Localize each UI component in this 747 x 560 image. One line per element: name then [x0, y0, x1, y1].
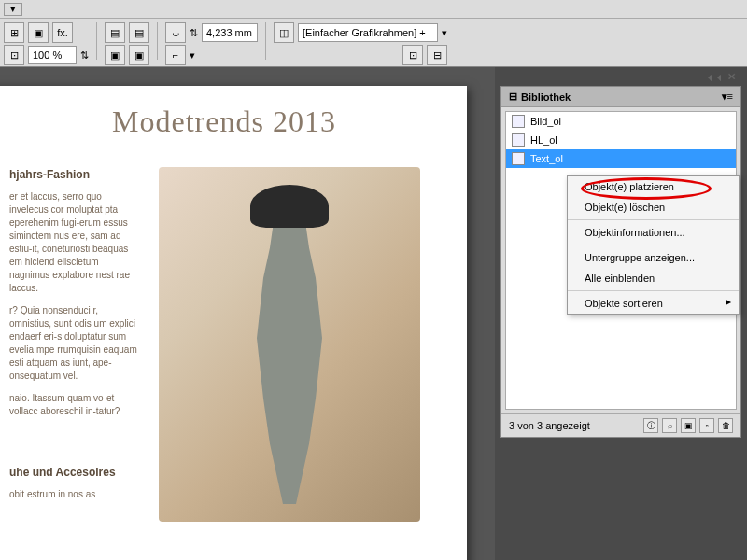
layout-dropdown-icon[interactable]: ▾: [4, 3, 22, 16]
separator: [265, 22, 266, 60]
body-text: r? Quia nonsenduci r, omnistius, sunt od…: [9, 304, 140, 383]
library-item-selected[interactable]: Text_ol: [506, 149, 736, 168]
library-item[interactable]: Bild_ol: [506, 112, 736, 131]
library-item-label: Text_ol: [530, 153, 563, 164]
body-text: naio. Itassum quam vo-et vollacc aboresc…: [9, 392, 140, 418]
document-workspace: Modetrends 2013 hjahrs-Fashion er et lac…: [0, 67, 495, 560]
article-image: [159, 167, 420, 522]
library-item[interactable]: HL_ol: [506, 131, 736, 149]
size-input[interactable]: [202, 23, 258, 42]
zoom-input[interactable]: [28, 46, 77, 64]
new-library-icon[interactable]: ▣: [681, 418, 696, 433]
snippet-icon: [512, 133, 525, 147]
zoom-fit-icon[interactable]: ⊞: [4, 22, 24, 43]
object-style-icon[interactable]: ◫: [274, 22, 294, 43]
context-show-subgroup[interactable]: Untergruppe anzeigen...: [568, 247, 739, 268]
separator: [568, 219, 739, 220]
separator: [96, 22, 97, 60]
snippet-icon: [512, 152, 525, 165]
wrap-icon[interactable]: ▣: [105, 45, 125, 65]
main-toolbar: ⊞ ▣ fx. ⊡ ⇅ ▤ ▤ ▣ ▣ ⫝ ⇅ ⌐ ▾: [0, 19, 747, 67]
style-dropdown-icon[interactable]: ▾: [442, 27, 447, 39]
fx-icon[interactable]: fx.: [52, 22, 73, 43]
misc-icon-1[interactable]: ⊡: [402, 45, 423, 65]
zoom-stepper-icon[interactable]: ⇅: [80, 49, 89, 62]
context-menu: Objekt(e) platzieren Objekt(e) löschen O…: [567, 175, 740, 315]
transform-icon[interactable]: ⫝: [165, 22, 186, 43]
wrap2-icon[interactable]: ▣: [129, 45, 149, 65]
context-object-info[interactable]: Objektinformationen...: [568, 222, 739, 243]
corner-dropdown-icon[interactable]: ▾: [190, 49, 195, 62]
separator: [568, 245, 739, 245]
panel-header[interactable]: ⊟ Bibliothek ▾≡: [501, 87, 740, 107]
section-heading: hjahrs-Fashion: [9, 167, 140, 183]
context-show-all[interactable]: Alle einblenden: [568, 268, 739, 288]
article-text-column: hjahrs-Fashion er et laccus, serro quo i…: [9, 167, 140, 522]
page-title: Modetrends 2013: [9, 105, 439, 139]
zoom-actual-icon[interactable]: ▣: [28, 22, 49, 43]
zoom-icon[interactable]: ⊡: [4, 45, 24, 65]
panel-menu-icon[interactable]: ▾≡: [722, 91, 733, 103]
misc-icon-2[interactable]: ⊟: [427, 45, 447, 65]
panel-expand-icon[interactable]: ⊟: [509, 91, 517, 103]
separator: [568, 290, 739, 291]
object-style-input[interactable]: [298, 23, 438, 42]
align-right-icon[interactable]: ▤: [129, 22, 149, 43]
menubar: ▾: [0, 0, 747, 19]
context-place-object[interactable]: Objekt(e) platzieren: [568, 176, 739, 197]
context-delete-object[interactable]: Objekt(e) löschen: [568, 197, 739, 217]
body-text: obit estrum in nos as: [9, 488, 140, 501]
separator: [157, 22, 158, 60]
new-item-icon[interactable]: ▫: [699, 418, 714, 433]
size-stepper-icon[interactable]: ⇅: [190, 27, 198, 39]
align-left-icon[interactable]: ▤: [105, 22, 125, 43]
body-text: er et laccus, serro quo invelecus cor mo…: [9, 190, 140, 295]
library-item-label: HL_ol: [530, 134, 557, 146]
panel-footer: 3 von 3 angezeigt ⓘ ⌕ ▣ ▫ 🗑: [501, 413, 740, 437]
panel-title: Bibliothek: [521, 91, 571, 103]
library-status: 3 von 3 angezeigt: [509, 420, 590, 431]
corner-icon[interactable]: ⌐: [165, 45, 186, 65]
info-icon[interactable]: ⓘ: [643, 418, 658, 433]
section-heading: uhe und Accesoires: [9, 465, 140, 481]
search-icon[interactable]: ⌕: [662, 418, 677, 433]
panel-collapse-icon[interactable]: ⏴⏴ ✕: [706, 72, 737, 82]
snippet-icon: [512, 115, 525, 128]
context-sort-objects[interactable]: Objekte sortieren: [568, 293, 739, 314]
library-item-label: Bild_ol: [530, 116, 561, 127]
document-page[interactable]: Modetrends 2013 hjahrs-Fashion er et lac…: [0, 86, 467, 560]
trash-icon[interactable]: 🗑: [718, 418, 733, 433]
